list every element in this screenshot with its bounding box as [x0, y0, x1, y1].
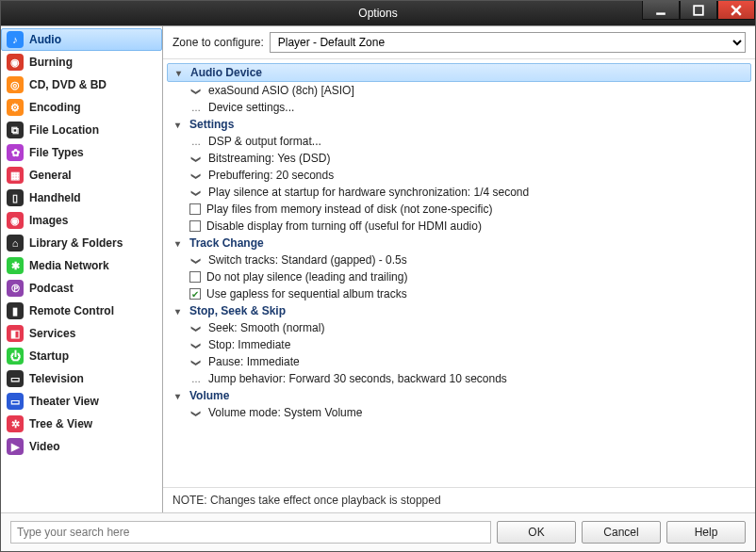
tree-item-label: Pause: Immediate	[208, 355, 300, 368]
disc-icon: ◎	[7, 76, 24, 93]
zone-row: Zone to configure: Player - Default Zone	[163, 26, 755, 59]
file-location-icon: ⧉	[7, 122, 24, 138]
sidebar-item-label: Television	[29, 372, 84, 385]
tree-item[interactable]: Do not play silence (leading and trailin…	[163, 268, 755, 285]
tree-item[interactable]: ❯Volume mode: System Volume	[163, 404, 755, 421]
settings-tree[interactable]: ▾Audio Device❯exaSound ASIO (8ch) [ASIO]…	[163, 59, 755, 487]
tree-item[interactable]: ❯Prebuffering: 20 seconds	[163, 167, 755, 184]
ellipsis-icon: …	[189, 374, 203, 384]
tree-item[interactable]: ❯Bitstreaming: Yes (DSD)	[163, 150, 755, 167]
sidebar-item-startup[interactable]: ⏻Startup	[1, 345, 162, 367]
section-header[interactable]: ▾Track Change	[163, 235, 755, 252]
sidebar-item-video[interactable]: ▶Video	[1, 435, 162, 458]
sidebar-item-label: File Location	[29, 123, 99, 137]
section-header[interactable]: ▾Settings	[163, 116, 755, 133]
checkbox[interactable]: ✔	[189, 288, 201, 300]
collapse-icon: ▾	[171, 391, 184, 401]
television-icon: ▭	[7, 370, 24, 387]
sidebar-item-media-network[interactable]: ✱Media Network	[1, 254, 162, 277]
sidebar-item-encoding[interactable]: ⚙Encoding	[1, 96, 162, 119]
note: NOTE: Changes take effect once playback …	[163, 487, 755, 512]
handheld-icon: ▯	[7, 189, 24, 206]
media-network-icon: ✱	[7, 257, 24, 274]
chevron-down-icon: ❯	[191, 338, 202, 351]
sidebar: ♪Audio◉Burning◎CD, DVD & BD⚙Encoding⧉Fil…	[1, 26, 163, 512]
sidebar-item-television[interactable]: ▭Television	[1, 367, 162, 390]
remote-icon: ▮	[7, 302, 24, 319]
sidebar-item-audio[interactable]: ♪Audio	[1, 28, 162, 51]
sidebar-item-label: Startup	[29, 349, 69, 363]
zone-select[interactable]: Player - Default Zone	[270, 32, 746, 53]
tree-item-label: Play silence at startup for hardware syn…	[208, 186, 529, 199]
collapse-icon: ▾	[171, 120, 184, 130]
chevron-down-icon: ❯	[191, 355, 202, 368]
section-header[interactable]: ▾Volume	[163, 387, 755, 404]
zone-label: Zone to configure:	[173, 36, 264, 49]
minimize-button[interactable]	[642, 1, 680, 20]
tree-item[interactable]: …Jump behavior: Forward 30 seconds, back…	[163, 370, 755, 387]
startup-icon: ⏻	[7, 348, 24, 365]
services-icon: ◧	[7, 325, 24, 342]
tree-item-label: Do not play silence (leading and trailin…	[206, 270, 407, 284]
chevron-down-icon: ❯	[191, 253, 202, 267]
sidebar-item-library-folders[interactable]: ⌂Library & Folders	[1, 232, 162, 254]
tree-item[interactable]: ❯exaSound ASIO (8ch) [ASIO]	[163, 82, 755, 99]
sidebar-item-tree-view[interactable]: ✲Tree & View	[1, 413, 162, 435]
sidebar-item-label: Remote Control	[29, 304, 114, 317]
tree-item[interactable]: …Device settings...	[163, 99, 755, 116]
search-input[interactable]	[10, 521, 491, 544]
sidebar-item-cd-dvd-bd[interactable]: ◎CD, DVD & BD	[1, 73, 162, 96]
checkbox[interactable]	[189, 271, 201, 283]
tree-item[interactable]: Disable display from turning off (useful…	[163, 218, 755, 235]
maximize-button[interactable]	[680, 1, 717, 20]
section-header[interactable]: ▾Audio Device	[167, 63, 751, 82]
section-title: Stop, Seek & Skip	[189, 304, 286, 317]
sidebar-item-general[interactable]: ▦General	[1, 164, 162, 187]
sidebar-item-label: General	[29, 169, 72, 182]
sidebar-item-file-types[interactable]: ✿File Types	[1, 141, 162, 164]
video-icon: ▶	[7, 438, 24, 455]
tree-item[interactable]: Play files from memory instead of disk (…	[163, 201, 755, 218]
sidebar-item-label: File Types	[29, 146, 84, 159]
section-header[interactable]: ▾Stop, Seek & Skip	[163, 302, 755, 319]
help-button[interactable]: Help	[666, 521, 746, 544]
section-title: Volume	[189, 389, 229, 402]
tree-item[interactable]: …DSP & output format...	[163, 133, 755, 150]
sidebar-item-label: Handheld	[29, 191, 81, 204]
window-controls	[642, 1, 755, 20]
sidebar-item-label: Audio	[29, 33, 61, 46]
tree-item[interactable]: ❯Play silence at startup for hardware sy…	[163, 184, 755, 201]
tree-item[interactable]: ❯Pause: Immediate	[163, 353, 755, 370]
tree-item-label: Switch tracks: Standard (gapped) - 0.5s	[208, 253, 407, 267]
tree-item[interactable]: ❯Stop: Immediate	[163, 336, 755, 353]
chevron-down-icon: ❯	[191, 321, 202, 334]
sidebar-item-theater-view[interactable]: ▭Theater View	[1, 390, 162, 413]
ok-button[interactable]: OK	[497, 521, 576, 544]
tree-item-label: Stop: Immediate	[208, 338, 290, 351]
sidebar-item-burning[interactable]: ◉Burning	[1, 51, 162, 73]
sidebar-item-file-location[interactable]: ⧉File Location	[1, 119, 162, 141]
close-button[interactable]	[717, 1, 755, 20]
window-title: Options	[358, 7, 397, 20]
checkbox[interactable]	[189, 220, 201, 232]
tree-item-label: Play files from memory instead of disk (…	[206, 203, 492, 216]
sidebar-item-handheld[interactable]: ▯Handheld	[1, 187, 162, 209]
tree-item[interactable]: ❯Seek: Smooth (normal)	[163, 319, 755, 336]
sidebar-item-images[interactable]: ◉Images	[1, 209, 162, 232]
tree-item-label: Seek: Smooth (normal)	[208, 321, 324, 334]
ellipsis-icon: …	[189, 137, 203, 147]
sidebar-item-remote-control[interactable]: ▮Remote Control	[1, 300, 162, 322]
tree-item-label: Use gapless for sequential album tracks	[206, 287, 407, 300]
cancel-button[interactable]: Cancel	[582, 521, 661, 544]
sidebar-item-label: Burning	[29, 56, 73, 69]
sidebar-item-label: Theater View	[29, 395, 99, 408]
footer: OK Cancel Help	[1, 512, 755, 551]
tree-item[interactable]: ❯Switch tracks: Standard (gapped) - 0.5s	[163, 252, 755, 268]
sidebar-item-podcast[interactable]: ℗Podcast	[1, 277, 162, 300]
tree-item[interactable]: ✔Use gapless for sequential album tracks	[163, 285, 755, 302]
chevron-down-icon: ❯	[191, 186, 202, 199]
chevron-down-icon: ❯	[191, 152, 202, 165]
tree-item-label: Bitstreaming: Yes (DSD)	[208, 152, 330, 165]
checkbox[interactable]	[189, 203, 201, 215]
sidebar-item-services[interactable]: ◧Services	[1, 322, 162, 345]
